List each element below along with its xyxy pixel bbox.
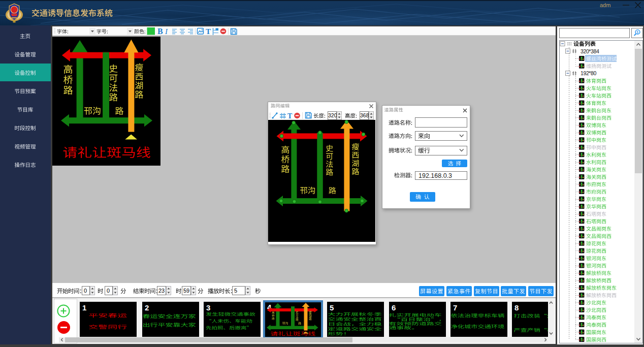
svg-text:I: I [165, 27, 168, 36]
svg-text:B: B [157, 27, 163, 36]
svg-text:T: T [206, 27, 211, 36]
svg-text:T: T [287, 112, 293, 120]
svg-text:$: $ [636, 30, 638, 34]
